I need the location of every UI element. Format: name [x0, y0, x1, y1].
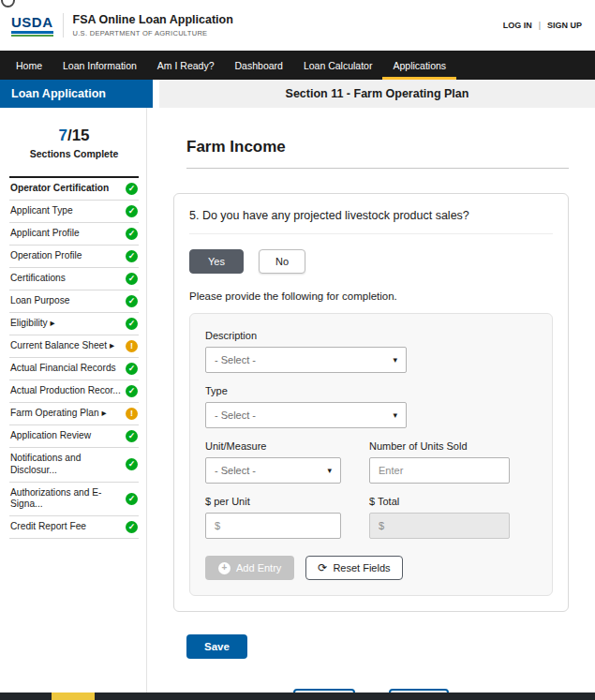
sidebar-item[interactable]: Certifications✓: [9, 268, 139, 290]
total-input: [369, 513, 510, 539]
instruction-text: Please provide the following for complet…: [189, 290, 553, 302]
per-unit-label: $ per Unit: [205, 496, 341, 507]
app-subtitle: U.S. DEPARTMENT OF AGRICULTURE: [73, 29, 233, 37]
check-icon: ✓: [126, 228, 138, 240]
check-icon: ✓: [126, 458, 138, 470]
sidebar-item-label: Credit Report Fee: [10, 521, 122, 533]
unit-measure-select-value: - Select -: [215, 465, 256, 476]
sidebar-item[interactable]: Eligibility ▸✓: [9, 313, 139, 335]
total-label: $ Total: [369, 496, 510, 507]
description-select[interactable]: - Select - ▾: [205, 347, 407, 373]
sidebar-item-label: Application Review: [10, 430, 122, 442]
sidebar-item-label: Authorizations and E-Signa...: [10, 487, 122, 512]
units-sold-label: Number of Units Sold: [369, 440, 510, 452]
nav-item-home[interactable]: Home: [6, 51, 52, 80]
check-icon: ✓: [126, 493, 138, 505]
yes-no-toggle: Yes No: [189, 249, 553, 274]
main-nav: HomeLoan InformationAm I Ready?Dashboard…: [0, 51, 595, 80]
nav-item-loan-information[interactable]: Loan Information: [52, 51, 147, 80]
login-link[interactable]: LOG IN: [503, 21, 532, 30]
check-icon: ✓: [126, 295, 138, 307]
sidebar-item[interactable]: Actual Financial Records✓: [9, 358, 139, 380]
sidebar-item[interactable]: Application Review✓: [9, 425, 139, 448]
nav-item-applications[interactable]: Applications: [382, 51, 456, 80]
sidebar-item[interactable]: Actual Production Recor...✓: [9, 380, 139, 403]
logo-stripe-blue: [11, 31, 53, 34]
sidebar-item-label: Loan Purpose: [10, 295, 122, 307]
sidebar-item-label: Operator Certification: [10, 183, 122, 195]
no-button[interactable]: No: [259, 249, 305, 274]
sidebar-item[interactable]: Loan Purpose✓: [9, 290, 139, 313]
check-icon: ✓: [126, 521, 138, 533]
form-actions: + Add Entry ⟳ Reset Fields: [205, 556, 537, 580]
units-row: Unit/Measure - Select - ▾ Number of Unit…: [205, 428, 537, 484]
sidebar-section-list: Operator Certification✓Applicant Type✓Ap…: [9, 176, 139, 539]
nav-item-am-i-ready[interactable]: Am I Ready?: [147, 51, 225, 80]
page: USDA FSA Online Loan Application U.S. DE…: [0, 0, 595, 700]
progress-complete-count: 7: [58, 127, 67, 144]
type-select[interactable]: - Select - ▾: [205, 402, 407, 428]
description-label: Description: [205, 330, 537, 341]
unit-measure-select[interactable]: - Select - ▾: [205, 457, 341, 484]
per-unit-col: $ per Unit: [205, 484, 341, 539]
description-select-value: - Select -: [215, 354, 256, 365]
sidebar-item-label: Actual Financial Records: [10, 363, 122, 375]
sidebar-item[interactable]: Applicant Profile✓: [9, 223, 139, 246]
top-header: USDA FSA Online Loan Application U.S. DE…: [0, 0, 595, 51]
unit-measure-col: Unit/Measure - Select - ▾: [205, 428, 341, 484]
per-unit-input[interactable]: [205, 513, 341, 539]
chevron-down-icon: ▾: [327, 466, 332, 475]
sidebar-item-label: Current Balance Sheet ▸: [10, 340, 122, 352]
progress-total-count: /15: [67, 127, 90, 144]
sidebar-item[interactable]: Operation Profile✓: [9, 246, 139, 268]
subheader: Loan Application Section 11 - Farm Opera…: [0, 80, 595, 108]
units-sold-col: Number of Units Sold: [369, 428, 510, 484]
auth-separator: |: [539, 21, 541, 30]
check-icon: ✓: [126, 273, 138, 285]
reset-fields-button[interactable]: ⟳ Reset Fields: [305, 556, 402, 580]
signup-link[interactable]: SIGN UP: [547, 21, 582, 30]
entry-form-card: Description - Select - ▾ Type - Select -…: [189, 313, 553, 596]
progress-caption: Sections Complete: [9, 148, 139, 159]
sections-progress: 7/15: [9, 127, 139, 145]
check-icon: ✓: [126, 385, 138, 397]
sidebar-item-label: Certifications: [10, 273, 122, 285]
auth-links: LOG IN | SIGN UP: [503, 21, 582, 30]
usda-logo: USDA: [11, 15, 53, 37]
sidebar-item[interactable]: Farm Operating Plan ▸!: [9, 403, 139, 425]
check-icon: ✓: [126, 363, 138, 375]
units-sold-input[interactable]: [369, 457, 510, 484]
reset-fields-label: Reset Fields: [333, 562, 390, 573]
usda-logo-text: USDA: [11, 15, 53, 29]
sidebar-item-label: Farm Operating Plan ▸: [10, 408, 122, 420]
nav-item-dashboard[interactable]: Dashboard: [225, 51, 293, 80]
check-icon: ✓: [126, 205, 138, 217]
footer-gold-block: [52, 693, 95, 700]
sidebar-item[interactable]: Current Balance Sheet ▸!: [9, 335, 139, 358]
question-text: 5. Do you have any projected livestock p…: [189, 209, 553, 234]
check-icon: ✓: [126, 318, 138, 330]
type-label: Type: [205, 385, 537, 396]
sidebar-item[interactable]: Operator Certification✓: [9, 178, 139, 201]
warning-icon: !: [126, 340, 138, 352]
add-entry-button[interactable]: + Add Entry: [205, 556, 294, 580]
app-title-block: FSA Online Loan Application U.S. DEPARTM…: [63, 13, 233, 37]
sidebar-item-label: Notifications and Disclosur...: [10, 453, 122, 477]
sidebar-item[interactable]: Credit Report Fee✓: [9, 516, 139, 539]
loan-application-label: Loan Application: [0, 80, 153, 108]
check-icon: ✓: [126, 183, 138, 195]
sidebar-item[interactable]: Applicant Type✓: [9, 201, 139, 223]
yes-button[interactable]: Yes: [189, 249, 244, 274]
sidebar-item[interactable]: Notifications and Disclosur...✓: [9, 448, 139, 483]
warning-icon: !: [126, 408, 138, 420]
sidebar: 7/15 Sections Complete Operator Certific…: [0, 108, 146, 693]
sidebar-item-label: Operation Profile: [10, 250, 122, 262]
type-select-value: - Select -: [215, 410, 256, 421]
sidebar-item-label: Eligibility ▸: [10, 318, 122, 330]
add-icon: +: [218, 562, 231, 574]
nav-item-loan-calculator[interactable]: Loan Calculator: [293, 51, 383, 80]
page-title: Farm Income: [186, 138, 569, 169]
check-icon: ✓: [126, 430, 138, 442]
save-button[interactable]: Save: [186, 634, 247, 659]
sidebar-item[interactable]: Authorizations and E-Signa...✓: [9, 483, 139, 517]
